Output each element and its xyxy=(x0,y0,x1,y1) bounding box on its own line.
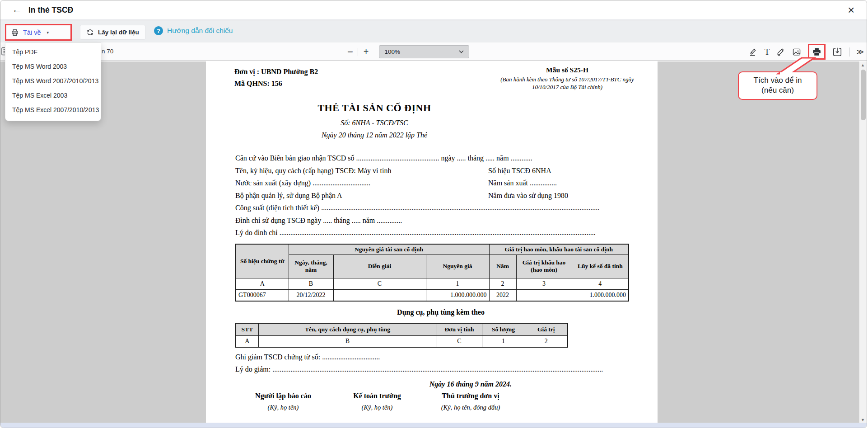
col-header-desc: Diễn giải xyxy=(333,255,426,278)
print-icon[interactable] xyxy=(812,47,821,57)
col-header-doc-no: Số hiệu chứng từ xyxy=(236,244,289,278)
signature-block: Người lập báo cáo (Ký, họ tên) Kế toán t… xyxy=(206,392,658,424)
letter-cell: C xyxy=(333,278,426,289)
print-callout: Tích vào để in (nếu cần) xyxy=(738,71,817,100)
form-number-block: Mẫu số S25-H (Ban hành kèm theo Thông tư… xyxy=(490,66,644,91)
letter-cell: 3 xyxy=(516,278,572,289)
menu-item-excel-2007[interactable]: Tệp MS Excel 2007/2010/2013 xyxy=(5,103,101,117)
scrollbar-thumb[interactable] xyxy=(861,70,866,120)
scroll-up-icon[interactable]: ▲ xyxy=(861,63,865,67)
document-title-zone: THẺ TÀI SẢN CỐ ĐỊNH Số: 6NHA - TSCĐ/TSC … xyxy=(235,102,513,139)
acc-col-qty: Số lượng xyxy=(482,323,525,335)
action-toolbar: Tải về ▾ Lấy lại dữ liệu ? Hướng dẫn đối… xyxy=(0,20,867,42)
scroll-down-icon[interactable]: ▼ xyxy=(861,418,865,422)
line-suspend: Đình chỉ sử dụng TSCĐ ngày ..... tháng .… xyxy=(235,214,629,227)
window-title: In thẻ TSCĐ xyxy=(28,5,73,15)
acc-col-stt: STT xyxy=(236,323,258,335)
menu-item-word-2003[interactable]: Tệp MS Word 2003 xyxy=(5,59,101,74)
signature-title: Người lập báo cáo xyxy=(233,392,333,400)
document-viewer: Đơn vị : UBND Phường B2 Mã QHNS: 156 Mẫu… xyxy=(0,61,867,424)
col-header-dep-value: Giá trị khấu hao (hao mòn) xyxy=(516,255,572,278)
vertical-scrollbar[interactable]: ▲ ▼ xyxy=(859,61,867,424)
download-button[interactable]: Tải về ▾ xyxy=(6,28,70,37)
close-icon[interactable]: × xyxy=(848,3,854,17)
letter-cell: B xyxy=(258,335,437,347)
letter-cell: 2 xyxy=(489,278,516,289)
issued-line-1: (Ban hành kèm theo Thông tư số 107/2017/… xyxy=(490,75,644,83)
cell-cost: 1.000.000.000 xyxy=(426,289,489,301)
org-block: Đơn vị : UBND Phường B2 Mã QHNS: 156 xyxy=(234,66,318,91)
document-body: Căn cứ vào Biên bản giao nhận TSCĐ số ..… xyxy=(235,152,629,239)
refresh-data-button[interactable]: Lấy lại dữ liệu xyxy=(80,25,145,40)
page-count-fragment: n 70 xyxy=(102,48,113,55)
org-unit: Đơn vị : UBND Phường B2 xyxy=(234,66,318,78)
guide-link-label: Hướng dẫn đối chiếu xyxy=(167,27,233,35)
zoom-controls: − + 100% xyxy=(343,45,469,58)
cell-year: 2022 xyxy=(489,289,516,301)
guide-link[interactable]: ? Hướng dẫn đối chiếu xyxy=(154,26,233,35)
signature-title: Kế toán trưởng xyxy=(327,392,427,400)
line-decrease-reason: Lý do giảm: ............................… xyxy=(235,365,629,373)
zoom-in-button[interactable]: + xyxy=(358,47,374,57)
download-button-label: Tải về xyxy=(23,29,41,36)
table-row: GT000067 20/12/2022 1.000.000.000 2022 1… xyxy=(236,289,629,301)
image-icon[interactable] xyxy=(792,47,801,57)
group-header-depreciation: Giá trị hao mòn, khấu hao tài sản cố địn… xyxy=(489,244,629,255)
letter-cell: 2 xyxy=(525,335,568,347)
document-page: Đơn vị : UBND Phường B2 Mã QHNS: 156 Mẫu… xyxy=(206,61,658,424)
refresh-button-label: Lấy lại dữ liệu xyxy=(98,29,139,36)
pen-icon[interactable] xyxy=(776,47,785,57)
text-tool-icon[interactable]: T xyxy=(765,47,770,57)
issued-line-2: 10/10/2017 của Bộ Tài chính) xyxy=(490,83,644,91)
sign-date-line: Ngày 16 tháng 9 năm 2024. xyxy=(206,380,512,388)
line-asset-name: Tên, ký hiệu, quy cách (cấp hạng) TSCĐ: … xyxy=(235,165,488,177)
download-highlight-box: Tải về ▾ xyxy=(5,24,72,41)
line-production-year: Năm sản xuất ............... xyxy=(488,177,629,189)
chevron-down-icon xyxy=(459,50,464,53)
refresh-icon xyxy=(86,28,94,36)
col-header-year: Năm xyxy=(489,255,516,278)
col-header-dep-accum: Lũy kế số đã tính xyxy=(572,255,629,278)
letter-row: A B C 1 2 3 4 xyxy=(236,278,629,289)
col-header-date: Ngày, tháng, năm xyxy=(289,255,333,278)
help-icon: ? xyxy=(154,26,163,35)
cell-date: 20/12/2022 xyxy=(289,289,333,301)
printer-outline-icon xyxy=(11,28,19,37)
org-code: Mã QHNS: 156 xyxy=(234,78,318,90)
cell-doc-no: GT000067 xyxy=(236,289,289,301)
cell-dep-accum: 1.000.000.000 xyxy=(572,289,629,301)
letter-cell: B xyxy=(289,278,333,289)
line-suspend-reason: Lý do đình chỉ .........................… xyxy=(235,226,629,239)
letter-cell: 4 xyxy=(572,278,629,289)
download-file-icon[interactable] xyxy=(832,47,842,57)
menu-item-pdf[interactable]: Tệp PDF xyxy=(5,45,101,59)
signature-note: (Ký, họ tên, đóng dấu) xyxy=(420,404,521,411)
window-titlebar: ← In thẻ TSCĐ × xyxy=(0,0,867,20)
more-tools-icon[interactable]: ≫ xyxy=(856,47,864,56)
signature-title: Thủ trưởng đơn vị xyxy=(420,392,521,400)
zoom-level-select[interactable]: 100% xyxy=(379,45,469,58)
document-created-date: Ngày 20 tháng 12 năm 2022 lập Thẻ xyxy=(235,131,513,139)
form-number: Mẫu số S25-H xyxy=(490,66,644,74)
letter-cell: A xyxy=(236,335,258,347)
zoom-out-button[interactable]: − xyxy=(343,46,358,58)
col-header-cost: Nguyên giá xyxy=(426,255,489,278)
letter-cell: A xyxy=(236,278,289,289)
back-arrow-icon[interactable]: ← xyxy=(12,4,22,15)
letter-cell: C xyxy=(437,335,482,347)
line-use-year: Năm đưa vào sử dụng 1980 xyxy=(488,189,629,202)
callout-line-1: Tích vào để in xyxy=(740,75,816,85)
menu-item-word-2007[interactable]: Tệp MS Word 2007/2010/2013 xyxy=(5,74,101,88)
viewer-toolbar: n 70 − + 100% T xyxy=(0,42,867,61)
horizontal-scrollbar[interactable] xyxy=(0,423,867,428)
highlighter-icon[interactable] xyxy=(749,47,758,57)
menu-item-excel-2003[interactable]: Tệp MS Excel 2003 xyxy=(5,88,101,103)
document-header: Đơn vị : UBND Phường B2 Mã QHNS: 156 Mẫu… xyxy=(234,66,644,91)
download-menu: Tệp PDF Tệp MS Word 2003 Tệp MS Word 200… xyxy=(5,42,101,121)
acc-col-unit: Đơn vị tính xyxy=(437,323,482,335)
group-header-cost: Nguyên giá tài sản cố định xyxy=(289,244,489,255)
signature-preparer: Người lập báo cáo (Ký, họ tên) xyxy=(233,392,333,411)
asset-value-table: Số hiệu chứng từ Nguyên giá tài sản cố đ… xyxy=(235,244,629,302)
signature-note: (Ký, họ tên) xyxy=(233,404,333,411)
divider xyxy=(849,47,849,57)
